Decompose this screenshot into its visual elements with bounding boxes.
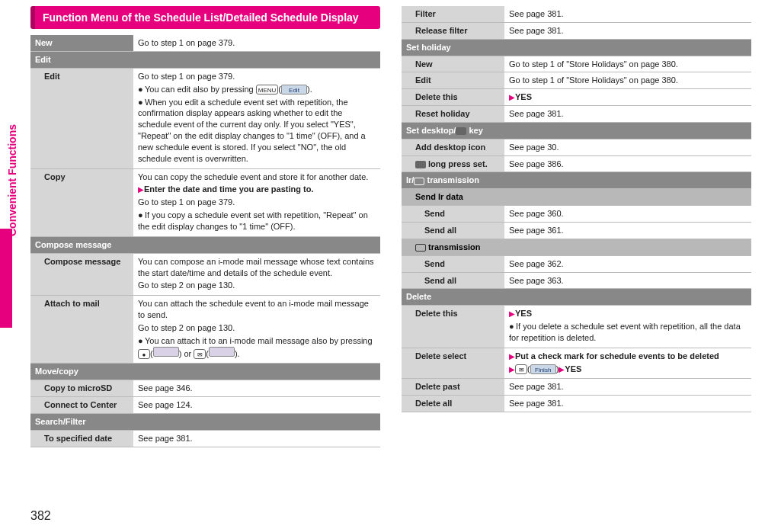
- page-number: 382: [30, 509, 51, 523]
- row-tospec: To specified date See page 381.: [30, 430, 380, 447]
- attach-label: Attach to mail: [30, 296, 133, 364]
- left-column: Function Menu of the Schedule List/Detai…: [30, 6, 380, 447]
- page-title: Function Menu of the Schedule List/Detai…: [30, 6, 380, 29]
- new-desc: Go to step 1 on page 379.: [133, 35, 380, 51]
- edit-p2: ●You can edit also by pressing MENU(Edit…: [138, 84, 376, 95]
- menu-key-icon: MENU: [256, 85, 279, 95]
- side-tab: [0, 229, 12, 328]
- edit-header: Edit: [30, 52, 380, 69]
- microsd-label: Copy to microSD: [30, 380, 133, 397]
- step-arrow-icon: ▶: [509, 352, 515, 361]
- mail-key-icon: ✉: [515, 364, 527, 374]
- row-microsd: Copy to microSD See page 346.: [30, 380, 380, 397]
- tospec-label: To specified date: [30, 430, 133, 447]
- step-arrow-icon: ▶: [138, 185, 144, 194]
- sidebar-category-label: Convenient Functions: [6, 124, 18, 236]
- delthis-label: Delete this: [402, 306, 504, 348]
- center-label: Connect to Center: [30, 397, 133, 414]
- row-copy: Copy You can copy the schedule event and…: [30, 168, 380, 236]
- compose-header: Compose message: [30, 236, 380, 253]
- ic-send-label: Send: [402, 255, 504, 272]
- ir-send-label: Send: [402, 206, 504, 223]
- softkey-blank2-icon: [209, 347, 235, 357]
- searchfilter-header: Search/Filter: [30, 413, 380, 430]
- edit-desc: Go to step 1 on page 379. ●You can edit …: [133, 68, 380, 168]
- hnew-label: New: [402, 56, 504, 72]
- new-label: New: [30, 35, 133, 51]
- row-delthis: Delete this ▶YES ●If you delete a schedu…: [402, 306, 751, 348]
- deskicon-label: Add desktop icon: [402, 139, 504, 155]
- row-new: New Go to step 1 on page 379.: [30, 35, 380, 51]
- edit-p1: Go to step 1 on page 379.: [138, 71, 376, 82]
- hdel-label: Delete this: [402, 89, 504, 106]
- compose-label: Compose message: [30, 253, 133, 296]
- microsd-desc: See page 346.: [133, 380, 380, 397]
- page-columns: Function Menu of the Schedule List/Detai…: [0, 0, 765, 447]
- delall-label: Delete all: [402, 396, 504, 412]
- row-attach: Attach to mail You can attach the schedu…: [30, 296, 380, 364]
- movecopy-header: Move/copy: [30, 364, 380, 380]
- filter-label: Filter: [402, 6, 504, 22]
- step-arrow-icon: ▶: [509, 93, 515, 101]
- tospec-desc: See page 381.: [133, 430, 380, 447]
- step-arrow-icon: ▶: [509, 365, 515, 373]
- ictrans-header: transmission: [402, 239, 751, 255]
- delselect-label: Delete select: [402, 348, 504, 379]
- release-desc: See page 381.: [504, 22, 751, 39]
- center-key-icon: ●: [138, 349, 150, 359]
- row-compose: Compose message You can compose an i-mod…: [30, 253, 380, 296]
- key-glyph-icon: [456, 127, 466, 135]
- right-table: Filter See page 381. Release filter See …: [402, 6, 751, 412]
- row-center: Connect to Center See page 124.: [30, 397, 380, 414]
- hreset-label: Reset holiday: [402, 106, 504, 123]
- row-release: Release filter See page 381.: [402, 22, 751, 39]
- key-glyph-icon: [415, 161, 426, 168]
- softkey-finish-icon: Finish: [530, 364, 556, 374]
- copy-label: Copy: [30, 168, 133, 236]
- edit-label: Edit: [30, 68, 133, 168]
- softkey-blank1-icon: [153, 347, 179, 357]
- right-column: Filter See page 381. Release filter See …: [402, 6, 751, 447]
- longpress-label: long press set.: [402, 155, 504, 172]
- sendir-header: Send Ir data: [402, 189, 751, 206]
- hedit-label: Edit: [402, 72, 504, 89]
- ic-glyph-icon: [414, 178, 424, 185]
- softkey-edit-icon: Edit: [281, 85, 307, 95]
- step-arrow-icon: ▶: [509, 309, 515, 318]
- center-desc: See page 124.: [133, 397, 380, 414]
- row-delselect: Delete select ▶Put a check mark for sche…: [402, 348, 751, 379]
- release-label: Release filter: [402, 22, 504, 39]
- ic-glyph-icon: [415, 244, 426, 252]
- delete-header: Delete: [402, 289, 751, 306]
- ic-sendall-label: Send all: [402, 272, 504, 289]
- delpast-label: Delete past: [402, 379, 504, 396]
- edit-p3: ●When you edit a schedule event set with…: [138, 97, 376, 165]
- ir-sendall-label: Send all: [402, 222, 504, 239]
- copy-desc: You can copy the schedule event and stor…: [133, 168, 380, 236]
- row-edit: Edit Go to step 1 on page 379. ●You can …: [30, 68, 380, 168]
- left-table: New Go to step 1 on page 379. Edit Edit …: [30, 35, 380, 447]
- mail-key-icon: ✉: [194, 349, 206, 359]
- row-filter: Filter See page 381.: [402, 6, 751, 22]
- filter-desc: See page 381.: [504, 6, 751, 22]
- setholiday-header: Set holiday: [402, 39, 751, 56]
- setdesktop-header: Set desktop/ key: [402, 122, 751, 139]
- irtrans-header: Ir/ transmission: [402, 172, 751, 189]
